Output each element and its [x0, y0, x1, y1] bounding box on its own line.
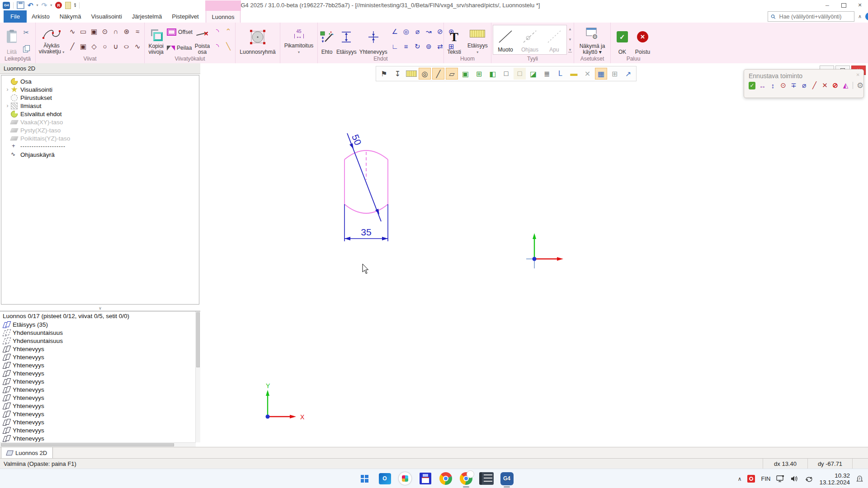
tree-item[interactable]: Poikittais(YZ)-taso — [1, 134, 199, 142]
distance-constraint-button[interactable]: Etäisyys — [335, 24, 358, 56]
save-app-icon[interactable] — [418, 471, 433, 486]
stop-icon[interactable]: ⊘ — [832, 81, 839, 89]
parallel-constraint-item[interactable]: Yhdensuuntaisuus — [0, 328, 200, 337]
coincident-constraint-item[interactable]: Yhtenevyys — [0, 394, 200, 402]
cube-left-face-icon[interactable]: ◧ — [486, 68, 499, 80]
copy-icon[interactable] — [23, 45, 29, 52]
help-icon[interactable]: ? — [865, 13, 868, 20]
chrome-icon[interactable] — [438, 471, 453, 486]
menu-item[interactable]: Järjestelmä — [127, 10, 167, 23]
view-usage-button[interactable]: ⚙ Näkymä ja käyttö ▾ — [579, 24, 606, 56]
ellipse-icon[interactable]: ○ — [123, 42, 130, 50]
line-icon[interactable]: ╱ — [70, 42, 74, 51]
style-scroll-up-icon[interactable]: ▲ — [568, 27, 572, 31]
concentric-constraint-icon[interactable]: ◎ — [403, 28, 409, 36]
tree-item[interactable]: › Visualisointi — [1, 85, 199, 94]
sketch-drawing[interactable]: 35 50 Y X — [200, 63, 868, 447]
circle-icon[interactable]: ○ — [103, 42, 107, 50]
cube-top-face-icon[interactable]: ⊞ — [473, 68, 485, 80]
coincident-constraint-item[interactable]: Yhtenevyys — [0, 345, 200, 353]
expand-arrow-icon[interactable]: › — [4, 86, 11, 93]
exit-button[interactable]: ✕ Poistu — [634, 24, 651, 56]
menu-item[interactable]: Arkisto — [27, 10, 55, 23]
cut-icon[interactable]: ✂ — [24, 28, 29, 37]
cube-wireframe-icon[interactable]: □ — [500, 68, 512, 80]
style-shape-button[interactable]: Muoto — [493, 25, 518, 54]
paste-button[interactable]: Liitä — [1, 24, 22, 56]
ruler-icon[interactable] — [405, 68, 417, 80]
keyboard-language[interactable]: FIN — [761, 475, 770, 482]
line-icon[interactable]: ╱ — [811, 81, 818, 89]
clock[interactable]: 10.32 13.12.2024 — [819, 472, 850, 486]
copy-lines-button[interactable]: Kopioi viivoja — [146, 24, 166, 56]
arc-3point-icon[interactable]: ∩ — [113, 28, 118, 35]
grid-icon[interactable]: ⊞ — [609, 68, 621, 80]
collapse-ribbon-icon[interactable]: ∧ — [858, 14, 862, 19]
offset-button[interactable]: Offset — [167, 28, 193, 36]
coincident-constraint-item[interactable]: Yhtenevyys — [0, 418, 200, 426]
sheet-list-icon[interactable]: ≣ — [541, 68, 553, 80]
maximize-button[interactable] — [835, 0, 852, 10]
note-icon[interactable] — [65, 2, 71, 9]
circle-center-icon[interactable]: ⊙ — [102, 28, 108, 36]
parallel-constraint-icon[interactable]: ≡ — [404, 42, 408, 50]
vertical-scrollbar[interactable] — [195, 311, 200, 442]
tree-item[interactable]: -------------------- — [1, 142, 199, 150]
tangent-constraint-icon[interactable]: ↝ — [426, 28, 432, 36]
tray-app-icon[interactable] — [747, 475, 755, 483]
quick-dimension-icon[interactable]: ↔ — [759, 81, 766, 89]
tree-item[interactable]: Osa — [1, 77, 199, 85]
menu-item[interactable]: Pistepilvet — [167, 10, 203, 23]
cube-select-icon[interactable]: ◪ — [527, 68, 539, 80]
predictive-close-icon[interactable]: ✕ — [856, 72, 860, 77]
save-icon[interactable] — [17, 1, 24, 9]
notification-bell-icon[interactable]: z — [856, 475, 863, 483]
tree-item[interactable]: › Ilmiasut — [1, 102, 199, 110]
outlook-icon[interactable]: O — [377, 471, 392, 486]
vertical-distance-icon[interactable]: ↕ — [769, 81, 776, 89]
predict-enabled-icon[interactable]: ✓ — [749, 82, 755, 89]
remove-part-button[interactable]: Poista osa — [193, 24, 211, 56]
dimension-35[interactable]: 35 — [344, 204, 388, 241]
panel-splitter[interactable]: ∨ — [0, 306, 200, 311]
undo-dropdown-icon[interactable]: ▾ — [37, 3, 38, 7]
redo-icon[interactable]: ↷ — [42, 2, 47, 9]
equal-constraint-icon[interactable]: ⊚ — [426, 42, 432, 51]
tree-item[interactable]: Vaaka(XY)-taso — [1, 118, 199, 126]
sketch-group-button[interactable]: Luonnosryhmä — [239, 24, 276, 56]
extend-icon[interactable]: ╲ — [226, 42, 231, 51]
menu-item[interactable]: Näkymä — [55, 10, 86, 23]
tab-luonnos-2d[interactable]: Luonnos 2D — [1, 447, 53, 459]
coincident-constraint-item[interactable]: Yhtenevyys — [0, 377, 200, 385]
coincident-constraint-item[interactable]: Yhtenevyys — [0, 426, 200, 434]
customize-quick-access-icon[interactable]: ▾ — [74, 4, 76, 7]
angle-constraint-icon[interactable]: ∠ — [392, 28, 398, 36]
chrome-profile-icon[interactable] — [458, 471, 474, 486]
minimize-button[interactable]: ─ — [819, 0, 835, 10]
coincident-constraint-item[interactable]: Yhtenevyys — [0, 385, 200, 394]
vertex-g4-app-icon[interactable]: G4 — [499, 471, 514, 486]
perpendicular-constraint-icon[interactable]: ∟ — [392, 42, 398, 50]
dimension-35-value[interactable]: 35 — [361, 227, 371, 237]
drawing-canvas[interactable]: 35 50 Y X — [200, 63, 868, 447]
diameter-icon[interactable]: ⌀ — [801, 81, 807, 89]
start-icon[interactable] — [357, 471, 372, 486]
tree-item[interactable]: Piirustukset — [1, 94, 199, 102]
undo-icon[interactable]: ↶ — [28, 2, 33, 9]
parallel-constraint-item[interactable]: Yhdensuuntaisuus — [0, 337, 200, 345]
tray-expand-icon[interactable]: ∧ — [738, 476, 742, 482]
concentric-icon[interactable]: ⊙ — [780, 81, 787, 89]
freeform-icon[interactable]: ≈ — [136, 28, 139, 35]
exit-sketch-icon[interactable]: ↗ — [622, 68, 634, 80]
condition-button[interactable]: Ehto — [319, 24, 335, 56]
pin-icon[interactable]: ⚑ — [378, 68, 390, 80]
rectangle-filled-icon[interactable]: ▣ — [80, 42, 86, 51]
measure-arrow-icon[interactable]: ↧ — [392, 68, 404, 80]
spline-chain-icon[interactable]: ∿ — [70, 28, 75, 36]
window-wand-icon[interactable]: ▦ — [595, 68, 607, 80]
expand-arrow-icon[interactable]: › — [4, 103, 11, 109]
style-more-icon[interactable]: ▼ — [568, 48, 572, 52]
horizontal-constraint-icon[interactable]: ⇄ — [437, 42, 443, 51]
settings-gear-icon[interactable]: ⚙ — [857, 81, 863, 89]
menu-item[interactable]: Visualisointi — [86, 10, 127, 23]
